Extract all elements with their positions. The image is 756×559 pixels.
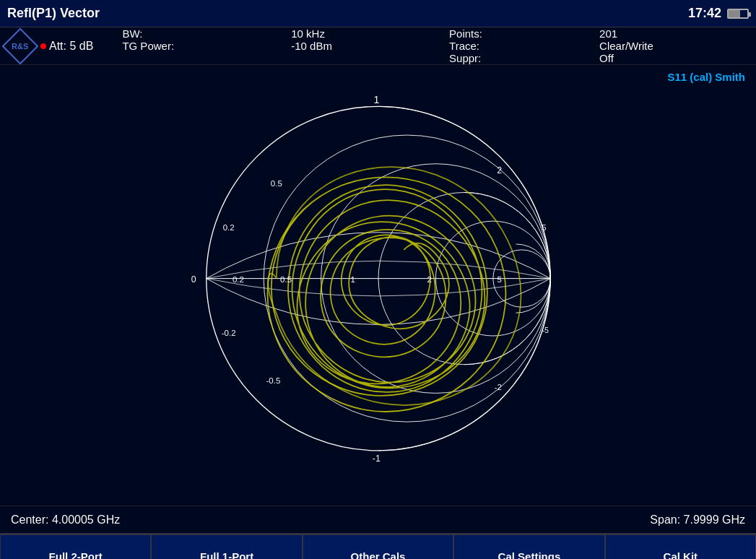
measurement-params: BW: 10 kHz Points: 201 TG Power: -10 dBm… [122, 27, 749, 64]
suppr-value: Off [599, 52, 749, 64]
smith-upper-05: 0.5 [270, 179, 282, 188]
func-btn-other-cals[interactable]: Other Cals [303, 534, 453, 559]
header-bar: Refl(P1) Vector 17:42 [0, 0, 756, 27]
span-frequency: Span: 7.9999 GHz [650, 514, 745, 526]
points-label: Points: [449, 27, 578, 40]
smith-left-label: 0 [191, 274, 196, 285]
smith-axis-2: 2 [427, 275, 431, 284]
bw-value: 10 kHz [291, 27, 427, 40]
func-btn-full-1-port[interactable]: Full 1-Port [151, 534, 302, 559]
smith-axis-1: 1 [350, 275, 355, 284]
smith-axis-02: 0.2 [232, 275, 243, 284]
smith-chart: 1 2 5 0 0.2 0.5 1 2 5 0.5 0.2 -0.2 -0.5 … [53, 72, 703, 491]
s11-label: S11 (cal) Smith [667, 71, 745, 83]
info-bar: R&S Att: 5 dB BW: 10 kHz Points: 201 TG … [0, 27, 756, 65]
clock-display: 17:42 [688, 6, 721, 21]
func-btn-cal-kit[interactable]: Cal Kit [605, 534, 756, 559]
att-indicator [40, 43, 46, 49]
page-title: Refl(P1) Vector [7, 6, 100, 21]
smith-lower-neg05: -0.5 [266, 376, 280, 385]
center-frequency: Center: 4.00005 GHz [11, 514, 120, 526]
points-value: 201 [599, 27, 749, 40]
smith-top-label: 1 [373, 94, 379, 105]
smith-upper-02: 0.2 [222, 223, 234, 232]
trace-value: Clear/Write [599, 40, 749, 52]
svg-rect-0 [53, 90, 703, 485]
chart-area: S11 (cal) Smith [0, 65, 756, 506]
smith-lower-neg2: -2 [494, 383, 501, 391]
logo-text: R&S [12, 41, 28, 50]
smith-bottom-neg1: -1 [372, 454, 380, 464]
tg-power-value: -10 dBm [291, 40, 427, 52]
smith-lower-neg5: -5 [542, 326, 549, 334]
battery-icon [727, 9, 749, 19]
smith-lower-neg02: -0.2 [221, 329, 235, 337]
smith-upper-right-2: 2 [497, 165, 502, 176]
bottom-info-bar: Center: 4.00005 GHz Span: 7.9999 GHz [0, 506, 756, 533]
smith-upper-right-5: 5 [542, 223, 546, 232]
smith-axis-05: 0.5 [280, 275, 292, 284]
trace-label: Trace: [449, 40, 578, 52]
suppr-label: Suppr: [449, 52, 578, 64]
brand-logo: R&S [2, 27, 39, 64]
function-button-bar: Full 2-PortFull 1-PortOther CalsCal Sett… [0, 533, 756, 559]
func-btn-cal-settings[interactable]: Cal Settings [453, 534, 604, 559]
smith-axis-5: 5 [497, 275, 501, 284]
tg-power-label: TG Power: [122, 40, 269, 52]
func-btn-full-2-port[interactable]: Full 2-Port [0, 534, 151, 559]
att-value: Att: 5 dB [49, 40, 93, 53]
bw-label: BW: [122, 27, 269, 40]
